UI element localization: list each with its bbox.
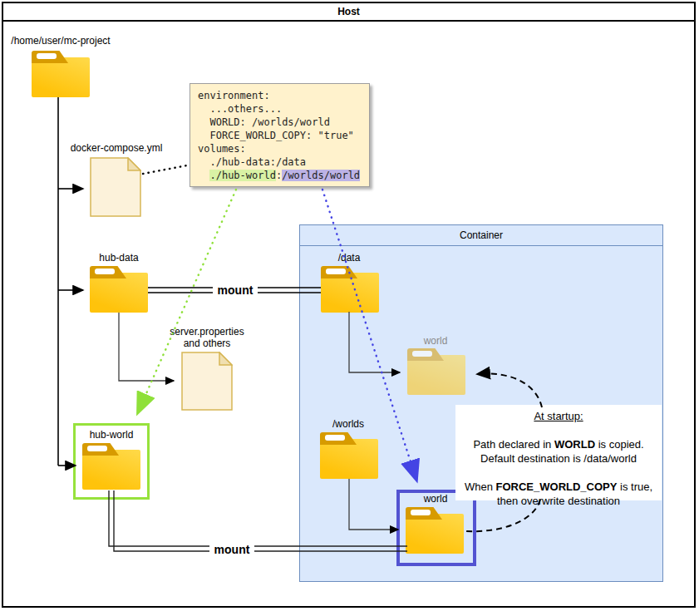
code-line: volumes: xyxy=(198,142,369,155)
file-icon-server-properties xyxy=(181,352,233,411)
folder-icon-data xyxy=(321,266,379,313)
folder-body xyxy=(82,450,140,490)
annotation-text: Default destination is /data/world xyxy=(480,452,637,465)
folder-icon-worlds xyxy=(320,432,378,479)
folder-body xyxy=(407,355,465,395)
code-line: ./hub-data:/data xyxy=(198,155,369,169)
code-highlight-target: /worlds/world xyxy=(282,170,360,181)
annotation-text: then overwrite destination xyxy=(497,495,620,507)
folder-body xyxy=(90,273,148,313)
label-world-copy: world xyxy=(373,335,498,347)
host-title: Host xyxy=(3,3,694,22)
mount-label-top: mount xyxy=(213,283,258,298)
annotation-note: At startup: Path declared in WORLD is co… xyxy=(455,405,662,500)
annotation-bold-world: WORLD xyxy=(554,438,595,451)
file-icon-docker-compose xyxy=(90,157,141,217)
label-server-properties: server.properties and others xyxy=(145,326,269,349)
folder-slot xyxy=(411,510,431,515)
folder-slot xyxy=(95,269,115,274)
label-server-properties-line2: and others xyxy=(145,338,269,349)
folder-slot xyxy=(37,53,57,59)
label-hub-world: hub-world xyxy=(49,429,174,441)
code-line: environment: xyxy=(198,89,369,102)
label-hub-data: hub-data xyxy=(57,252,181,264)
folder-icon-world-target xyxy=(406,507,464,554)
annotation-text: When xyxy=(465,480,496,493)
folder-body xyxy=(406,514,464,554)
code-indent xyxy=(198,170,209,181)
annotation-text: Path declared in xyxy=(473,438,554,451)
annotation-text: is true, xyxy=(617,480,652,493)
annotation-text: is copied. xyxy=(595,438,644,451)
mount-label-bottom: mount xyxy=(209,542,254,557)
folder-body xyxy=(321,273,379,313)
folder-slot xyxy=(412,351,432,357)
label-mc-project: /home/user/mc-project xyxy=(0,35,131,47)
folder-slot xyxy=(325,435,345,441)
folder-body xyxy=(320,439,378,479)
code-highlight-source: ./hub-world xyxy=(209,170,275,181)
label-worlds: /worlds xyxy=(286,418,411,430)
container-title: Container xyxy=(300,225,662,246)
folder-slot xyxy=(326,269,346,274)
folder-icon-hub-world xyxy=(82,443,140,490)
folder-body xyxy=(32,57,90,97)
label-server-properties-line1: server.properties xyxy=(145,326,269,338)
label-docker-compose: docker-compose.yml xyxy=(46,142,187,154)
annotation-bold-force-world-copy: FORCE_WORLD_COPY xyxy=(496,480,618,493)
code-line: FORCE_WORLD_COPY: "true" xyxy=(198,129,369,142)
diagram-canvas: Host Container xyxy=(0,0,699,616)
folder-icon-mc-project xyxy=(32,51,90,97)
compose-snippet: environment: ...others... WORLD: /worlds… xyxy=(190,83,370,187)
folder-icon-world-copy xyxy=(407,348,465,395)
code-line: ...others... xyxy=(198,102,369,116)
folder-icon-hub-data xyxy=(90,266,148,313)
code-line-volume: ./hub-world:/worlds/world xyxy=(198,169,369,182)
annotation-title: At startup: xyxy=(455,409,662,423)
label-data: /data xyxy=(287,252,411,264)
annotation-paragraph-1: Path declared in WORLD is copied. Defaul… xyxy=(455,437,662,466)
folder-slot xyxy=(87,446,107,451)
annotation-paragraph-2: When FORCE_WORLD_COPY is true, then over… xyxy=(455,480,662,508)
code-line: WORLD: /worlds/world xyxy=(198,116,369,129)
